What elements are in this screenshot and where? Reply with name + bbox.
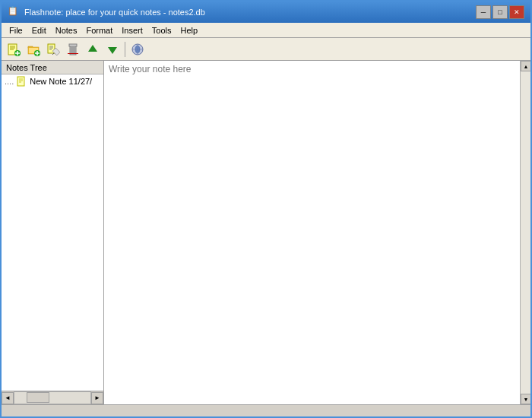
toolbar-separator [125,42,125,57]
menu-tools[interactable]: Tools [147,24,176,36]
editor-panel: ▲ ▼ [104,61,530,404]
menu-file[interactable]: File [5,24,27,36]
new-note-button[interactable] [5,40,23,59]
panel-header: Notes Tree [2,61,103,74]
scroll-track[interactable] [14,391,91,404]
note-item[interactable]: .... New Note 11/27/ [2,74,103,88]
note-file-icon [17,76,27,87]
vertical-scrollbar[interactable]: ▲ ▼ [520,61,530,404]
title-bar: 📋 Flashnote: place for your quick notes … [2,2,530,23]
svg-marker-26 [108,47,117,54]
app-window: 📋 Flashnote: place for your quick notes … [0,0,532,418]
note-dots: .... [5,77,14,86]
menu-bar: File Edit Notes Format Insert Tools Help [2,23,530,38]
scroll-thumb[interactable] [27,392,49,403]
scroll-left-arrow[interactable]: ◄ [2,392,14,404]
edit-icon [46,43,60,56]
menu-insert[interactable]: Insert [117,24,147,36]
edit-button[interactable] [44,40,62,59]
scroll-up-arrow[interactable]: ▲ [521,61,530,71]
horizontal-scrollbar[interactable]: ◄ ► [2,391,103,404]
delete-icon [66,43,80,56]
move-down-icon [106,43,119,56]
svg-rect-24 [68,53,78,54]
minimize-button[interactable]: ─ [476,5,491,19]
note-editor[interactable] [104,61,520,404]
vscroll-track[interactable] [521,71,530,394]
new-note-icon [7,43,21,56]
maximize-button[interactable]: □ [492,5,508,19]
move-up-button[interactable] [84,40,102,59]
toolbar [2,38,530,61]
open-icon [27,43,40,56]
menu-notes[interactable]: Notes [51,24,82,36]
refresh-icon [131,43,144,56]
app-icon: 📋 [8,6,20,18]
note-label: New Note 11/27/ [30,77,92,86]
menu-edit[interactable]: Edit [27,24,51,36]
tree-scrollbar: ◄ ► [2,391,103,404]
refresh-button[interactable] [128,40,147,59]
title-bar-left: 📋 Flashnote: place for your quick notes … [8,6,205,18]
scroll-right-arrow[interactable]: ► [91,392,103,404]
svg-rect-30 [17,77,24,86]
menu-help[interactable]: Help [176,24,203,36]
window-title: Flashnote: place for your quick notes - … [24,8,205,17]
title-controls: ─ □ ✕ [476,5,524,19]
menu-format[interactable]: Format [81,24,117,36]
main-area: Notes Tree .... New Note 11/27/ ◄ [2,61,530,404]
scroll-down-arrow[interactable]: ▼ [521,394,530,404]
svg-marker-25 [88,45,97,52]
delete-button[interactable] [64,40,82,59]
svg-rect-20 [69,44,77,46]
move-up-icon [86,43,100,56]
move-down-button[interactable] [103,40,122,59]
notes-panel: Notes Tree .... New Note 11/27/ ◄ [2,61,104,404]
notes-tree[interactable]: .... New Note 11/27/ [2,74,103,391]
open-button[interactable] [24,40,43,59]
close-button[interactable]: ✕ [509,5,524,19]
status-bar [2,404,530,418]
